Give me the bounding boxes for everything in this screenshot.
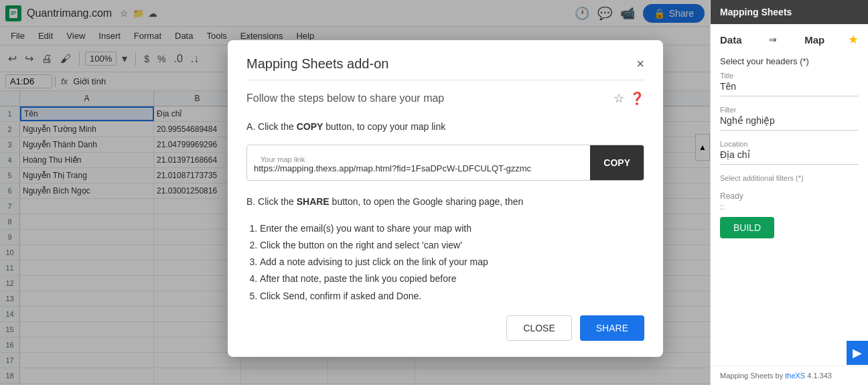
help-icon[interactable]: ❓ <box>630 91 644 106</box>
copy-button[interactable]: COPY <box>590 145 644 180</box>
bookmark-icon[interactable]: ☆ <box>613 91 624 106</box>
modal-title: Mapping Sheets add-on <box>246 56 388 72</box>
steps-list: Enter the email(s) you want to share you… <box>246 220 644 305</box>
url-input-row: Your map link https://mapping.thexs.app/… <box>246 145 644 181</box>
sidebar-title: Mapping Sheets <box>720 7 792 17</box>
title-field-label: Title <box>720 72 859 80</box>
modal-close-button[interactable]: × <box>636 56 644 72</box>
location-field-label: Location <box>720 140 859 148</box>
step-3: Add a note advising to just click on the… <box>260 254 644 271</box>
url-value[interactable]: https://mapping.thexs.app/map.html?fid=1… <box>254 163 583 173</box>
step-a-prefix: A. Click the <box>246 121 297 132</box>
filter-field-value[interactable]: Nghề nghiệp <box>720 115 859 131</box>
filter-field-label: Filter <box>720 106 859 114</box>
footer-text: Mapping Sheets by <box>720 372 785 380</box>
footer-link[interactable]: theXS <box>785 372 805 380</box>
sidebar-content: Data ⇒ Map ★ Select your headers (*) Tit… <box>711 24 868 366</box>
step-4: After that note, paste the link you copi… <box>260 271 644 287</box>
data-map-row: Data ⇒ Map ★ <box>720 32 859 47</box>
step-a-text: A. Click the COPY button, to copy your m… <box>246 119 644 134</box>
location-field-value[interactable]: Địa chỉ <box>720 149 859 165</box>
ready-label: Ready <box>720 191 859 201</box>
map-label: Map <box>804 34 824 46</box>
favorite-icon[interactable]: ★ <box>848 32 859 47</box>
modal-close-btn[interactable]: CLOSE <box>506 315 571 341</box>
modal-subtitle-row: Follow the steps below to share your map… <box>246 91 644 106</box>
build-button[interactable]: BUILD <box>720 217 774 238</box>
share-bold-label: SHARE <box>297 196 330 207</box>
step-b-text: B. Click the SHARE button, to open the G… <box>246 194 644 209</box>
ready-dots: :: <box>720 202 859 212</box>
filter-section: Filter Nghề nghiệp <box>720 106 859 131</box>
modal-footer: CLOSE SHARE <box>246 315 644 341</box>
sidebar-footer: Mapping Sheets by theXS 4.1.343 <box>711 366 868 385</box>
modal-share-btn[interactable]: SHARE <box>580 315 644 341</box>
modal-subtitle-text: Follow the steps below to share your map <box>246 92 444 104</box>
select-headers-section: Select your headers (*) Title Tên <box>720 56 859 96</box>
data-label: Data <box>720 34 742 46</box>
url-label: Your map link <box>254 153 583 163</box>
sidebar-header: Mapping Sheets <box>711 0 868 24</box>
copy-bold-label: COPY <box>297 121 323 132</box>
step-b-suffix: button, to open the Google sharing page,… <box>330 196 524 207</box>
subtitle-icons: ☆ ❓ <box>613 91 644 106</box>
additional-filters-section: Select additional filters (*) <box>720 174 859 182</box>
step-5: Click Send, confirm if asked and Done. <box>260 288 644 305</box>
title-field-value[interactable]: Tên <box>720 81 859 96</box>
modal-dialog: Mapping Sheets add-on × Follow the steps… <box>228 40 663 357</box>
modal-divider <box>246 80 644 80</box>
sidebar-panel: Mapping Sheets Data ⇒ Map ★ Select your … <box>710 0 868 385</box>
sidebar-scroll-button[interactable]: ▶ <box>847 341 868 365</box>
location-section: Location Địa chỉ <box>720 140 859 165</box>
arrow-icon: ⇒ <box>769 34 777 45</box>
step-2: Click the button on the right and select… <box>260 237 644 254</box>
modal-header: Mapping Sheets add-on × <box>246 56 644 72</box>
step-1: Enter the email(s) you want to share you… <box>260 220 644 237</box>
step-b-prefix: B. Click the <box>246 196 297 207</box>
step-a-suffix: button, to copy your map link <box>323 121 445 132</box>
select-headers-label: Select your headers (*) <box>720 56 859 66</box>
additional-filters-label: Select additional filters (*) <box>720 174 859 182</box>
footer-version: 4.1.343 <box>805 372 832 380</box>
ready-section: Ready :: BUILD <box>720 191 859 244</box>
